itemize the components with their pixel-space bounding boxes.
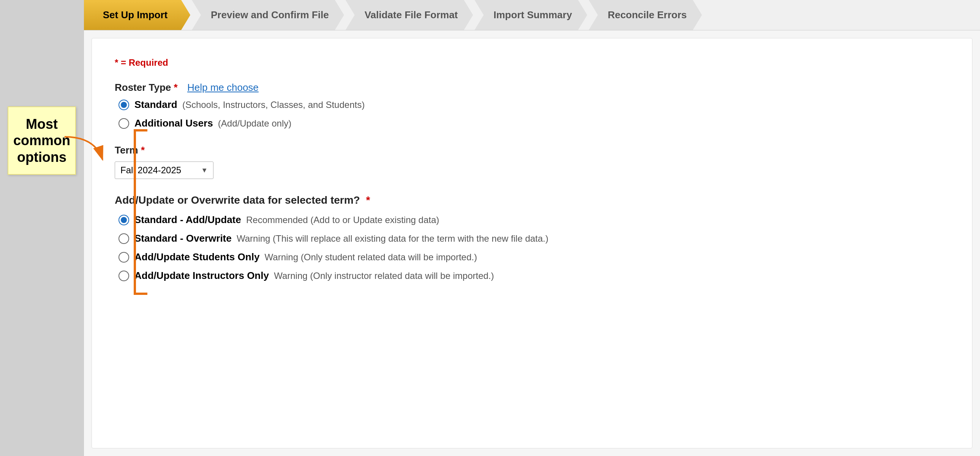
data-mode-required-star: * <box>366 194 370 206</box>
help-me-choose-link[interactable]: Help me choose <box>187 82 259 93</box>
data-mode-standard-add-update-radio[interactable] <box>119 215 129 225</box>
data-mode-students-only-option[interactable]: Add/Update Students Only Warning (Only s… <box>119 251 949 263</box>
term-required-star: * <box>141 144 145 156</box>
term-section: Term * Fall 2024-2025 ▼ <box>115 144 949 179</box>
roster-type-standard-option[interactable]: Standard (Schools, Instructors, Classes,… <box>119 99 949 111</box>
roster-type-additional-users-option[interactable]: Additional Users (Add/Update only) <box>119 117 949 129</box>
data-mode-heading: Add/Update or Overwrite data for selecte… <box>115 194 949 206</box>
sidebar <box>0 0 84 456</box>
roster-type-standard-label: Standard (Schools, Instructors, Classes,… <box>134 99 365 111</box>
sticky-note-text: Most common options <box>13 116 70 165</box>
wizard-step-validate-format[interactable]: Validate File Format <box>346 0 473 30</box>
data-mode-students-only-radio[interactable] <box>119 252 129 263</box>
data-mode-standard-add-update-option[interactable]: Standard - Add/Update Recommended (Add t… <box>119 214 949 226</box>
bracket-line <box>134 129 136 293</box>
annotation-arrow <box>65 129 133 159</box>
annotation-container: Most common options <box>8 107 76 175</box>
roster-type-additional-users-label: Additional Users (Add/Update only) <box>134 117 291 129</box>
wizard-step-set-up-import[interactable]: Set Up Import <box>84 0 190 30</box>
main-content: Set Up Import Preview and Confirm File V… <box>84 0 980 456</box>
roster-type-additional-users-radio[interactable] <box>119 118 129 129</box>
data-mode-instructors-only-radio[interactable] <box>119 271 129 281</box>
term-label: Term * <box>115 144 949 156</box>
roster-type-label: Roster Type * Help me choose <box>115 82 949 94</box>
data-mode-radio-group: Standard - Add/Update Recommended (Add t… <box>119 214 949 282</box>
data-mode-section: Add/Update or Overwrite data for selecte… <box>115 194 949 282</box>
required-notice: * = Required <box>115 57 949 68</box>
data-mode-standard-add-update-label: Standard - Add/Update Recommended (Add t… <box>134 214 439 226</box>
wizard-step-import-summary[interactable]: Import Summary <box>474 0 587 30</box>
bracket-bottom <box>134 293 147 295</box>
wizard-step-preview-confirm[interactable]: Preview and Confirm File <box>192 0 344 30</box>
term-select[interactable]: Fall 2024-2025 ▼ <box>115 161 213 179</box>
data-mode-standard-overwrite-radio[interactable] <box>119 233 129 244</box>
data-mode-standard-overwrite-option[interactable]: Standard - Overwrite Warning (This will … <box>119 233 949 244</box>
wizard-step-reconcile-errors[interactable]: Reconcile Errors <box>589 0 702 30</box>
roster-type-standard-radio[interactable] <box>119 100 129 110</box>
wizard-bar: Set Up Import Preview and Confirm File V… <box>84 0 980 30</box>
roster-type-required-star: * <box>174 82 178 93</box>
data-mode-standard-overwrite-label: Standard - Overwrite Warning (This will … <box>134 233 549 244</box>
data-mode-instructors-only-option[interactable]: Add/Update Instructors Only Warning (Onl… <box>119 270 949 282</box>
data-mode-students-only-label: Add/Update Students Only Warning (Only s… <box>134 251 477 263</box>
term-select-chevron: ▼ <box>201 166 208 174</box>
page-body: * = Required Roster Type * Help me choos… <box>92 38 972 448</box>
roster-type-section: Roster Type * Help me choose Standard (S… <box>115 82 949 129</box>
roster-type-radio-group: Standard (Schools, Instructors, Classes,… <box>119 99 949 129</box>
data-mode-instructors-only-label: Add/Update Instructors Only Warning (Onl… <box>134 270 494 282</box>
